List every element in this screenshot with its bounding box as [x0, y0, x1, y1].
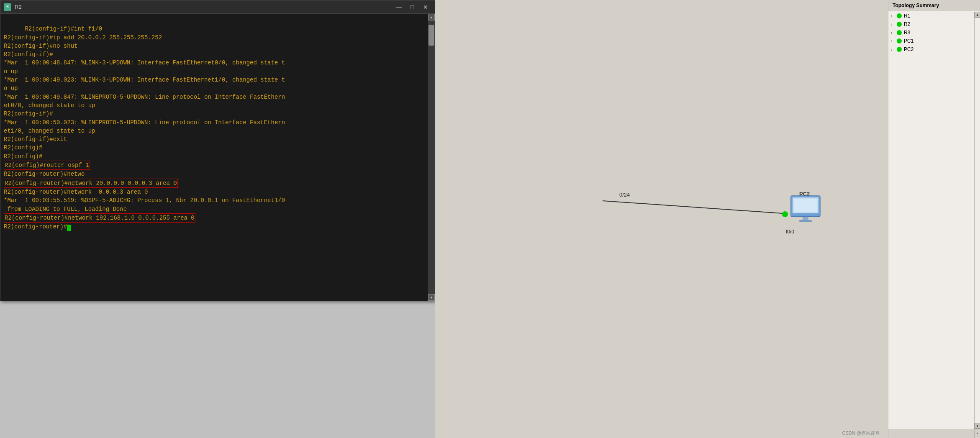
sidebar-bottom-bar: [888, 429, 974, 438]
status-dot-pc1: [897, 38, 902, 44]
terminal-line: R2(config-if)#int f1/0 R2(config-if)#ip …: [4, 26, 285, 159]
scroll-down-arrow[interactable]: ▼: [428, 294, 435, 301]
maximize-button[interactable]: □: [406, 3, 418, 12]
terminal-line: R2(config-router)#: [4, 223, 67, 230]
status-dot-r2: [897, 22, 902, 27]
sidebar-item-pc2[interactable]: › PC2: [888, 45, 974, 54]
connection-dot: [782, 211, 788, 217]
sidebar-scroll-up[interactable]: ▲: [975, 12, 980, 18]
terminal-cursor: [67, 225, 71, 231]
device-label-pc2: PC2: [904, 46, 913, 52]
device-label-r2: R2: [904, 21, 910, 27]
pc2-icon: [791, 196, 820, 222]
terminal-body[interactable]: R2(config-if)#int f1/0 R2(config-if)#ip …: [0, 14, 435, 301]
sidebar-items-container: › R1 › R2 › R3 › PC1 › PC2: [888, 12, 974, 429]
sidebar-item-pc1[interactable]: › PC1: [888, 37, 974, 45]
svg-rect-4: [794, 199, 817, 212]
device-label-pc1: PC1: [904, 38, 913, 44]
sidebar-scroll-down[interactable]: ▼: [975, 423, 980, 429]
sidebar-expand-bottom[interactable]: ›: [974, 429, 980, 438]
highlighted-line-network1: R2(config-router)#network 20.0.0.0 0.0.0…: [4, 179, 178, 188]
topology-summary-header: Topology Summary: [888, 0, 980, 11]
svg-rect-3: [799, 220, 812, 222]
scroll-thumb[interactable]: [428, 25, 434, 46]
sidebar-item-r3[interactable]: › R3: [888, 28, 974, 37]
terminal-line: R2(config-router)#network 0.0.0.3 area 0…: [4, 189, 285, 213]
sidebar-scrollbar[interactable]: ▲ ▼: [974, 12, 980, 429]
highlighted-line-network2: R2(config-router)#network 192.168.1.0 0.…: [4, 213, 195, 223]
terminal-scrollbar[interactable]: ▲ ▼: [428, 14, 435, 301]
sidebar-scroll-track[interactable]: [975, 18, 980, 423]
watermark: CSDN @遮风辟月: [842, 430, 880, 436]
expand-icon-r1: ›: [891, 14, 895, 18]
device-label-r3: R3: [904, 30, 910, 36]
connection-line: [603, 201, 782, 213]
expand-icon-r2: ›: [891, 22, 895, 27]
expand-icon-r3: ›: [891, 31, 895, 35]
device-label-r1: R1: [904, 13, 910, 19]
title-bar: R R2 — □ ✕: [0, 0, 435, 14]
window-controls: — □ ✕: [393, 3, 431, 12]
expand-icon-pc1: ›: [891, 39, 895, 44]
main-area: 0/24 PC2 f0/0 CSDN @遮风辟月: [435, 0, 980, 438]
right-sidebar: Topology Summary › R1 › R2 › R3 › PC1: [888, 0, 980, 438]
terminal-line: R2(config-router)#netwo: [4, 171, 85, 177]
f070-label: f0/0: [786, 229, 794, 235]
sidebar-item-r2[interactable]: › R2: [888, 20, 974, 28]
topology-svg: 0/24 PC2 f0/0: [435, 0, 888, 438]
scroll-track[interactable]: [428, 20, 435, 294]
status-dot-r1: [897, 13, 902, 18]
minimize-button[interactable]: —: [393, 3, 405, 12]
window-title: R2: [15, 4, 22, 10]
scroll-up-arrow[interactable]: ▲: [428, 14, 435, 20]
title-bar-left: R R2: [4, 3, 22, 11]
expand-icon-pc2: ›: [891, 47, 895, 52]
link-label-left: 0/24: [619, 192, 630, 198]
terminal-window: R R2 — □ ✕ R2(config-if)#int f1/0 R2(con…: [0, 0, 435, 301]
app-icon: R: [4, 3, 11, 11]
status-dot-r3: [897, 30, 902, 35]
highlighted-line-ospf: R2(config)#router ospf 1: [4, 161, 90, 170]
close-button[interactable]: ✕: [420, 3, 431, 12]
terminal-output: R2(config-if)#int f1/0 R2(config-if)#ip …: [4, 16, 431, 240]
sidebar-item-r1[interactable]: › R1: [888, 12, 974, 20]
status-dot-pc2: [897, 47, 902, 52]
